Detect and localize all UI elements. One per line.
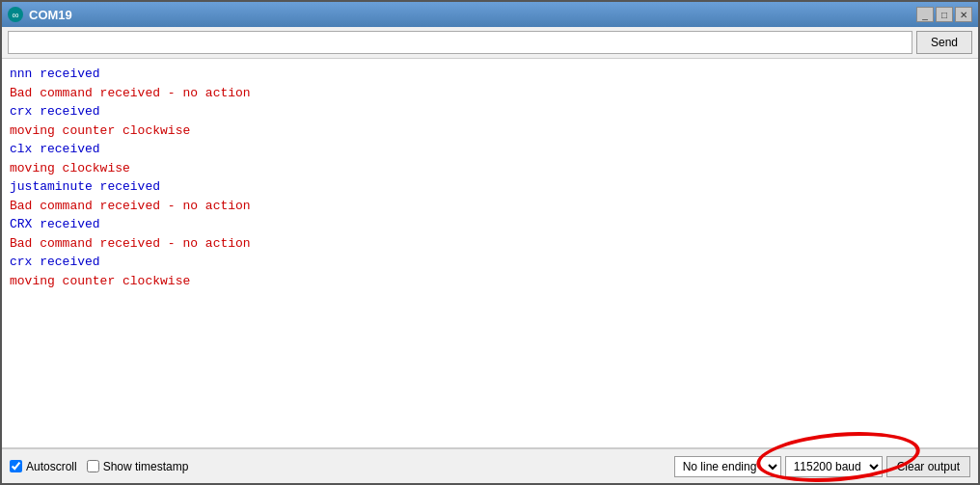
output-line: Bad command received - no action — [10, 84, 970, 103]
autoscroll-checkbox[interactable] — [10, 460, 22, 472]
window-title: COM19 — [29, 8, 911, 22]
output-line: moving counter clockwise — [10, 121, 970, 141]
output-line: Bad command received - no action — [10, 197, 970, 216]
send-button[interactable]: Send — [916, 31, 972, 54]
app-icon — [8, 7, 23, 22]
output-line: clx received — [10, 140, 970, 159]
output-line: CRX received — [10, 215, 970, 234]
line-ending-select[interactable]: No line endingNewlineCarriage returnBoth… — [674, 456, 781, 477]
minimize-button[interactable]: _ — [916, 7, 934, 22]
output-line: crx received — [10, 253, 970, 272]
timestamp-label[interactable]: Show timestamp — [103, 460, 189, 473]
output-line: moving counter clockwise — [10, 272, 970, 291]
input-bar: Send — [2, 27, 978, 59]
output-line: crx received — [10, 102, 970, 121]
autoscroll-label[interactable]: Autoscroll — [26, 460, 77, 473]
output-line: nnn received — [10, 65, 970, 84]
command-input[interactable] — [8, 31, 912, 54]
output-area[interactable]: nnn receivedBad command received - no ac… — [2, 59, 978, 448]
output-line: Bad command received - no action — [10, 234, 970, 254]
window-controls: _ □ ✕ — [916, 7, 972, 22]
timestamp-group: Show timestamp — [87, 460, 189, 473]
main-window: COM19 _ □ ✕ Send nnn receivedBad command… — [0, 0, 980, 485]
output-line: justaminute received — [10, 177, 970, 197]
status-controls: No line endingNewlineCarriage returnBoth… — [674, 456, 970, 477]
autoscroll-group: Autoscroll — [10, 460, 77, 473]
restore-button[interactable]: □ — [936, 7, 953, 22]
clear-output-button[interactable]: Clear output — [886, 456, 970, 477]
status-bar: Autoscroll Show timestamp No line ending… — [2, 448, 978, 483]
baud-rate-select[interactable]: 300 baud1200 baud2400 baud4800 baud9600 … — [785, 456, 883, 477]
close-button[interactable]: ✕ — [955, 7, 972, 22]
output-line: moving clockwise — [10, 159, 970, 178]
timestamp-checkbox[interactable] — [87, 460, 99, 472]
title-bar: COM19 _ □ ✕ — [2, 2, 978, 27]
